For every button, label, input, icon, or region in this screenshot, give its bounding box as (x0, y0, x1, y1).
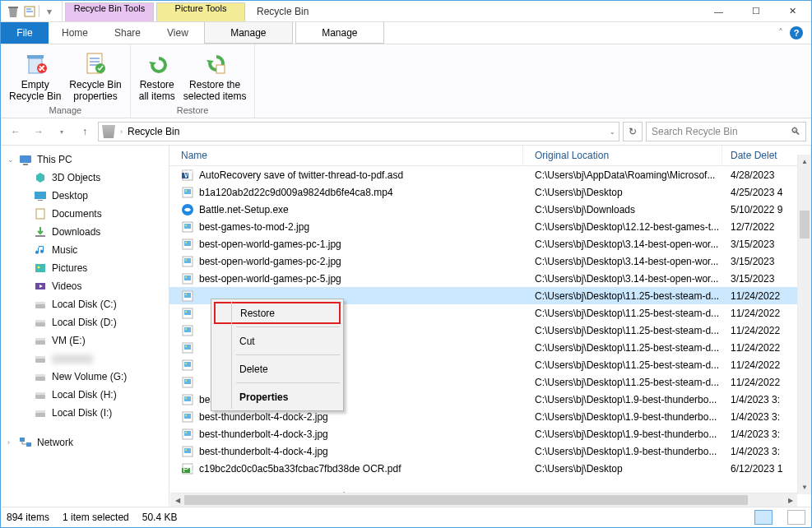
home-tab[interactable]: Home (49, 22, 101, 44)
svg-rect-12 (36, 209, 44, 219)
empty-recycle-bin-button[interactable]: Empty Recycle Bin (6, 46, 64, 104)
nav-item[interactable]: Desktop (1, 187, 169, 205)
file-row[interactable]: PDFc19bc2dc0c0ac5ba33fcbac7fbd38de OCR.p… (169, 460, 811, 477)
manage-recycle-tab[interactable]: Manage (204, 22, 293, 44)
folder-icon (34, 370, 47, 383)
file-tab[interactable]: File (1, 22, 49, 44)
file-row[interactable]: best-open-world-games-pc-5.jpgC:\Users\b… (169, 270, 811, 287)
recycle-bin-properties-button[interactable]: Recycle Bin properties (66, 46, 124, 104)
nav-network[interactable]: › Network (1, 433, 169, 452)
address-dropdown-icon[interactable]: ⌄ (610, 128, 615, 136)
column-original-location[interactable]: Original Location (523, 146, 722, 165)
folder-icon (34, 225, 47, 239)
file-icon (181, 428, 194, 441)
manage-picture-tab[interactable]: Manage (295, 22, 384, 44)
titlebar: ▾ Recycle Bin Tools Picture Tools Recycl… (1, 1, 811, 22)
nav-item[interactable]: Documents (1, 205, 169, 223)
back-button[interactable]: ← (6, 122, 26, 141)
view-tab[interactable]: View (154, 22, 202, 44)
nav-item[interactable]: Local Disk (D:) (1, 313, 169, 331)
context-restore[interactable]: Restore (214, 302, 341, 324)
nav-item[interactable] (1, 350, 169, 368)
file-row[interactable]: best-open-world-games-pc-2.jpgC:\Users\b… (169, 252, 811, 270)
refresh-button[interactable]: ↻ (623, 122, 643, 141)
nav-item[interactable]: Pictures (1, 259, 169, 277)
file-icon (181, 410, 194, 424)
qat-properties-icon[interactable] (22, 4, 37, 19)
folder-icon (34, 298, 47, 311)
chevron-right-icon[interactable]: › (7, 438, 14, 447)
file-row[interactable]: best-open-world-games-pc-1.jpgC:\Users\b… (169, 235, 811, 252)
nav-item[interactable]: 3D Objects (1, 169, 169, 187)
scrollbar-thumb[interactable] (800, 211, 810, 239)
nav-item[interactable]: Downloads (1, 223, 169, 241)
restore-selected-button[interactable]: Restore the selected items (180, 46, 250, 104)
file-original-location: C:\Users\bj\Desktop\1.9-best-thunderbo..… (523, 394, 722, 405)
minimize-button[interactable]: — (700, 1, 737, 21)
folder-icon (34, 316, 47, 329)
share-tab[interactable]: Share (101, 22, 154, 44)
svg-rect-9 (23, 164, 28, 165)
help-icon[interactable]: ? (790, 26, 803, 39)
svg-rect-80 (184, 448, 191, 453)
vertical-scrollbar[interactable]: ▲ ▼ (797, 155, 811, 494)
context-delete[interactable]: Delete (214, 358, 341, 380)
qat-dropdown-icon[interactable]: ▾ (42, 4, 57, 19)
file-row[interactable]: b1a120ab2d22c9d009a9824db6fe4ca8.mp4C:\U… (169, 183, 811, 201)
scroll-down-icon[interactable]: ▼ (798, 480, 811, 494)
ribbon: Empty Recycle Bin Recycle Bin properties… (1, 44, 811, 118)
scroll-up-icon[interactable]: ▲ (798, 155, 811, 169)
file-icon (181, 324, 194, 337)
qat-recycle-icon[interactable] (6, 4, 21, 19)
file-row[interactable]: best-games-to-mod-2.jpgC:\Users\bj\Deskt… (169, 218, 811, 235)
file-row[interactable]: WAutoRecovery save of twitter-thread-to-… (169, 166, 811, 183)
file-name: AutoRecovery save of twitter-thread-to-p… (199, 169, 403, 181)
scrollbar-thumb-horizontal[interactable] (184, 495, 748, 505)
horizontal-scrollbar[interactable]: ◀ ▶ (170, 493, 797, 507)
restore-all-button[interactable]: Restore all items (136, 46, 179, 104)
thumbnails-view-button[interactable] (787, 510, 805, 525)
svg-rect-47 (184, 258, 191, 263)
file-row[interactable]: best-thunderbolt-4-dock-4.jpgC:\Users\bj… (169, 442, 811, 460)
file-name: b1a120ab2d22c9d009a9824db6fe4ca8.mp4 (199, 187, 393, 198)
up-button[interactable]: ↑ (75, 122, 95, 141)
svg-rect-68 (184, 379, 191, 384)
column-headers[interactable]: Name Original Location Date Delet (169, 146, 811, 166)
nav-this-pc[interactable]: ⌄ This PC (1, 151, 169, 169)
svg-point-45 (185, 242, 187, 243)
file-row[interactable]: Battle.net-Setup.exeC:\Users\bj\Download… (169, 201, 811, 218)
chevron-down-icon[interactable]: ⌄ (7, 155, 14, 164)
chevron-right-icon[interactable]: › (120, 127, 123, 136)
address-crumb[interactable]: Recycle Bin (128, 126, 179, 137)
file-row[interactable]: best-thunderbolt-4-dock-3.jpgC:\Users\bj… (169, 425, 811, 442)
scroll-left-icon[interactable]: ◀ (170, 493, 184, 507)
file-name: best-open-world-games-pc-1.jpg (199, 239, 341, 250)
column-name[interactable]: Name (169, 146, 523, 165)
scroll-right-icon[interactable]: ▶ (783, 493, 797, 507)
search-input[interactable]: Search Recycle Bin 🔍︎ (646, 122, 806, 141)
nav-item[interactable]: New Volume (G:) (1, 368, 169, 386)
recent-locations-button[interactable]: ▾ (52, 122, 72, 141)
file-original-location: C:\Users\bj\Desktop\1.9-best-thunderbo..… (523, 411, 722, 423)
forward-button[interactable]: → (29, 122, 49, 141)
nav-item[interactable]: Music (1, 241, 169, 259)
file-icon (181, 341, 194, 354)
file-original-location: C:\Users\bj\Desktop\11.25-best-steam-d..… (523, 359, 722, 371)
details-view-button[interactable] (754, 510, 773, 525)
svg-point-81 (185, 449, 187, 451)
close-button[interactable]: ✕ (774, 1, 811, 21)
file-icon (181, 307, 194, 320)
nav-item[interactable]: Local Disk (H:) (1, 386, 169, 404)
file-original-location: C:\Users\bj\Desktop\11.25-best-steam-d..… (523, 308, 722, 319)
nav-item[interactable]: Local Disk (I:) (1, 404, 169, 422)
nav-item[interactable]: Local Disk (C:) (1, 295, 169, 313)
navigation-pane[interactable]: ⌄ This PC 3D ObjectsDesktopDocumentsDown… (1, 146, 169, 506)
address-bar[interactable]: › Recycle Bin ⌄ (98, 122, 619, 141)
nav-item[interactable]: VM (E:) (1, 331, 169, 350)
context-cut[interactable]: Cut (214, 330, 341, 352)
maximize-button[interactable]: ☐ (737, 1, 774, 21)
nav-item[interactable]: Videos (1, 277, 169, 295)
svg-rect-74 (184, 414, 191, 419)
collapse-ribbon-icon[interactable]: ˄ (778, 27, 783, 39)
context-properties[interactable]: Properties (214, 386, 341, 408)
